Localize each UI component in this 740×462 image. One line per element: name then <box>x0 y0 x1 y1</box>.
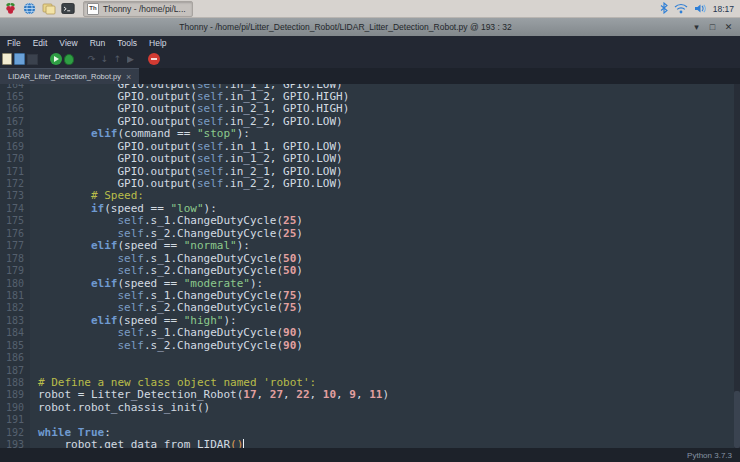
step-out-icon: ↑ <box>114 54 122 64</box>
web-browser-icon[interactable] <box>22 1 37 16</box>
window-close-icon[interactable]: ✕ <box>723 22 734 33</box>
wifi-icon[interactable] <box>674 0 688 18</box>
line-number: 181 <box>0 290 30 302</box>
code-text <box>30 352 38 364</box>
file-manager-icon[interactable] <box>41 1 56 16</box>
code-line[interactable]: 186 <box>0 352 740 364</box>
toolbar: ↷↓↑▶ <box>0 50 740 68</box>
line-number: 178 <box>0 253 30 265</box>
new-file-button[interactable] <box>0 51 13 67</box>
line-number: 193 <box>0 439 30 448</box>
window-maximize-icon[interactable]: □ <box>707 22 718 33</box>
tabbar: LIDAR_Litter_Detection_Robot.py × <box>0 68 740 84</box>
menubar: FileEditViewRunToolsHelp <box>0 36 740 50</box>
open-file-icon <box>14 53 25 65</box>
line-number: 185 <box>0 340 30 352</box>
menu-item-tools[interactable]: Tools <box>112 37 142 49</box>
window-title: Thonny - /home/pi/Litter_Detection_Robot… <box>0 22 691 32</box>
line-number: 166 <box>0 103 30 115</box>
thonny-app-icon: Th <box>87 3 99 15</box>
menu-item-help[interactable]: Help <box>144 37 171 49</box>
code-line[interactable]: 190robot.robot_chassis_init() <box>0 402 740 414</box>
debug-script-button[interactable] <box>62 51 75 67</box>
line-number: 175 <box>0 215 30 227</box>
step-over-button: ↷ <box>85 51 98 67</box>
line-number: 172 <box>0 178 30 190</box>
line-number: 180 <box>0 278 30 290</box>
open-file-button[interactable] <box>13 51 26 67</box>
line-number: 173 <box>0 190 30 202</box>
tab-label: LIDAR_Litter_Detection_Robot.py <box>8 72 121 81</box>
line-number: 183 <box>0 315 30 327</box>
line-number: 171 <box>0 166 30 178</box>
save-file-icon <box>27 54 38 65</box>
code-line[interactable]: 193 robot.get_data_from_LIDAR() <box>0 439 740 448</box>
menu-item-view[interactable]: View <box>54 37 82 49</box>
code-line[interactable]: 191 <box>0 414 740 426</box>
raspberry-menu-icon[interactable] <box>3 1 18 16</box>
debug-script-icon <box>64 54 74 65</box>
code-text: self.s_2.ChangeDutyCycle(90) <box>30 340 303 352</box>
taskbar-app-label: Thonny - /home/pi/L... <box>103 4 186 14</box>
python-version-label[interactable]: Python 3.7.3 <box>687 451 732 460</box>
line-number: 167 <box>0 116 30 128</box>
tab-lidar-litter-detection-robot[interactable]: LIDAR_Litter_Detection_Robot.py × <box>0 68 139 84</box>
line-number: 187 <box>0 365 30 377</box>
code-text: robot.robot_chassis_init() <box>30 402 210 414</box>
step-out-button: ↑ <box>111 51 124 67</box>
line-number: 165 <box>0 91 30 103</box>
stop-restart-button[interactable] <box>147 51 160 67</box>
line-number: 188 <box>0 377 30 389</box>
window-shade-icon[interactable]: ▾ <box>691 22 702 33</box>
code-lines: 164 GPIO.output(self.in_1_1, GPIO.LOW)16… <box>0 84 740 448</box>
line-number: 192 <box>0 427 30 439</box>
bluetooth-icon[interactable] <box>660 0 668 18</box>
line-number: 179 <box>0 265 30 277</box>
resume-icon: ▶ <box>127 54 134 64</box>
code-text: robot.get_data_from_LIDAR() <box>30 439 244 448</box>
step-over-icon: ↷ <box>88 54 96 64</box>
editor-scrollbar <box>734 84 740 448</box>
taskbar-app-button[interactable]: Th Thonny - /home/pi/L... <box>83 1 193 17</box>
line-number: 164 <box>0 84 30 91</box>
line-number: 191 <box>0 414 30 426</box>
code-text <box>30 414 38 426</box>
screen: Th Thonny - /home/pi/L... <box>0 0 740 462</box>
line-number: 177 <box>0 240 30 252</box>
editor-scrollbar-thumb[interactable] <box>734 391 740 448</box>
code-editor[interactable]: 164 GPIO.output(self.in_1_1, GPIO.LOW)16… <box>0 84 740 448</box>
line-number: 190 <box>0 402 30 414</box>
window-titlebar[interactable]: Thonny - /home/pi/Litter_Detection_Robot… <box>0 18 740 36</box>
volume-icon[interactable] <box>694 0 707 18</box>
save-file-button <box>26 51 39 67</box>
menu-item-run[interactable]: Run <box>85 37 111 49</box>
new-file-icon <box>2 53 12 65</box>
code-text <box>30 365 38 377</box>
menu-item-edit[interactable]: Edit <box>28 37 53 49</box>
statusbar: Python 3.7.3 <box>0 448 740 462</box>
line-number: 174 <box>0 203 30 215</box>
code-line[interactable]: 185 self.s_2.ChangeDutyCycle(90) <box>0 340 740 352</box>
resume-button: ▶ <box>124 51 137 67</box>
menu-item-file[interactable]: File <box>2 37 26 49</box>
step-into-button: ↓ <box>98 51 111 67</box>
line-number: 189 <box>0 389 30 401</box>
line-number: 184 <box>0 327 30 339</box>
line-number: 186 <box>0 352 30 364</box>
line-number: 176 <box>0 228 30 240</box>
taskbar-clock[interactable]: 18:17 <box>713 4 734 14</box>
launcher-area <box>0 1 75 16</box>
stop-restart-icon <box>148 53 160 65</box>
run-script-button[interactable] <box>49 51 62 67</box>
system-tray: 18:17 <box>660 0 740 18</box>
window-controls: ▾ □ ✕ <box>691 22 740 33</box>
line-number: 169 <box>0 141 30 153</box>
step-into-icon: ↓ <box>101 54 109 64</box>
line-number: 182 <box>0 302 30 314</box>
tab-close-icon[interactable]: × <box>126 72 131 82</box>
terminal-icon[interactable] <box>60 1 75 16</box>
run-script-icon <box>50 53 62 65</box>
line-number: 170 <box>0 153 30 165</box>
line-number: 168 <box>0 128 30 140</box>
taskbar: Th Thonny - /home/pi/L... <box>0 0 740 18</box>
